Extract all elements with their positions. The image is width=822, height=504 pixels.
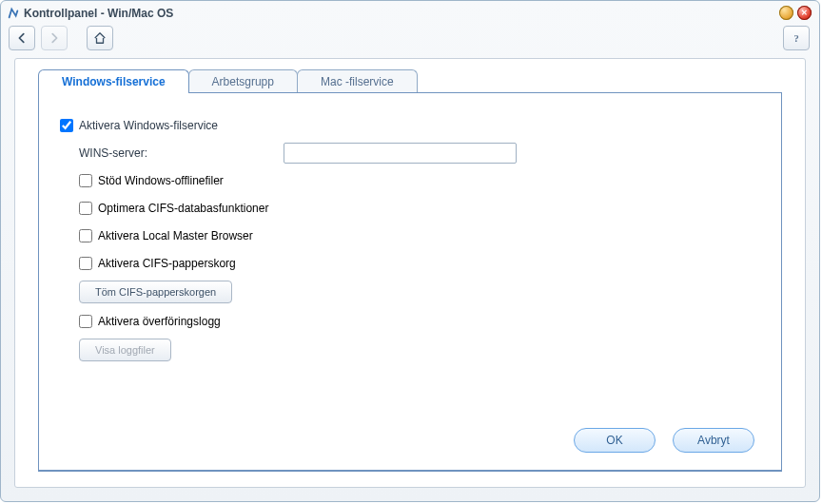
- tab-panel: Aktivera Windows-filservice WINS-server:…: [38, 92, 782, 472]
- svg-text:?: ?: [793, 33, 798, 44]
- ok-button[interactable]: OK: [574, 428, 656, 453]
- empty-trash-button[interactable]: Töm CIFS-papperskorgen: [79, 281, 232, 303]
- checkbox-xferlog[interactable]: [79, 315, 92, 328]
- checkbox-offline-files[interactable]: [79, 174, 92, 187]
- label-cifs-db: Optimera CIFS-databasfunktioner: [98, 202, 268, 215]
- label-xferlog: Aktivera överföringslogg: [98, 315, 221, 328]
- label-cifs-trash: Aktivera CIFS-papperskorg: [98, 257, 236, 270]
- row-cifs-db: Optimera CIFS-databasfunktioner: [79, 196, 764, 221]
- checkbox-lmb[interactable]: [79, 229, 92, 242]
- row-activate-windows: Aktivera Windows-filservice: [60, 114, 764, 137]
- row-cifs-trash: Aktivera CIFS-papperskorg: [79, 251, 764, 276]
- titlebar: Kontrollpanel - Win/Mac OS: [1, 1, 819, 22]
- wins-server-input[interactable]: [284, 143, 517, 164]
- close-icon[interactable]: [797, 6, 812, 20]
- forward-button[interactable]: [41, 26, 68, 50]
- back-button[interactable]: [9, 26, 35, 50]
- row-lmb: Aktivera Local Master Browser: [79, 223, 764, 248]
- row-wins-server: WINS-server:: [79, 141, 764, 165]
- cancel-button[interactable]: Avbryt: [673, 428, 754, 453]
- app-icon: [7, 7, 20, 20]
- tab-label: Windows-filservice: [62, 75, 166, 88]
- tab-label: Arbetsgrupp: [212, 75, 274, 88]
- tab-arbetsgrupp[interactable]: Arbetsgrupp: [188, 69, 298, 93]
- footer-buttons: OK Avbryt: [574, 428, 754, 453]
- label-offline-files: Stöd Windows-offlinefiler: [98, 174, 224, 187]
- row-xferlog: Aktivera överföringslogg: [79, 309, 764, 334]
- label-lmb: Aktivera Local Master Browser: [98, 229, 253, 242]
- row-offline-files: Stöd Windows-offlinefiler: [79, 168, 764, 193]
- content-area: Windows-filservice Arbetsgrupp Mac -fils…: [14, 58, 806, 488]
- app-window: Kontrollpanel - Win/Mac OS ? Windows-fil…: [0, 0, 820, 502]
- label-activate-windows: Aktivera Windows-filservice: [79, 119, 218, 132]
- view-logs-button[interactable]: Visa loggfiler: [79, 339, 171, 361]
- tab-windows-filservice[interactable]: Windows-filservice: [38, 69, 189, 93]
- checkbox-cifs-db[interactable]: [79, 202, 92, 215]
- toolbar: ?: [1, 22, 819, 54]
- tab-mac-filservice[interactable]: Mac -filservice: [297, 69, 418, 93]
- window-title: Kontrollpanel - Win/Mac OS: [24, 7, 173, 20]
- label-wins-server: WINS-server:: [79, 146, 284, 160]
- tabbar: Windows-filservice Arbetsgrupp Mac -fils…: [38, 67, 805, 93]
- help-button[interactable]: ?: [783, 26, 810, 50]
- checkbox-cifs-trash[interactable]: [79, 257, 92, 270]
- home-button[interactable]: [87, 26, 113, 50]
- tab-label: Mac -filservice: [321, 75, 394, 88]
- checkbox-activate-windows[interactable]: [60, 119, 73, 132]
- minimize-icon[interactable]: [779, 6, 793, 20]
